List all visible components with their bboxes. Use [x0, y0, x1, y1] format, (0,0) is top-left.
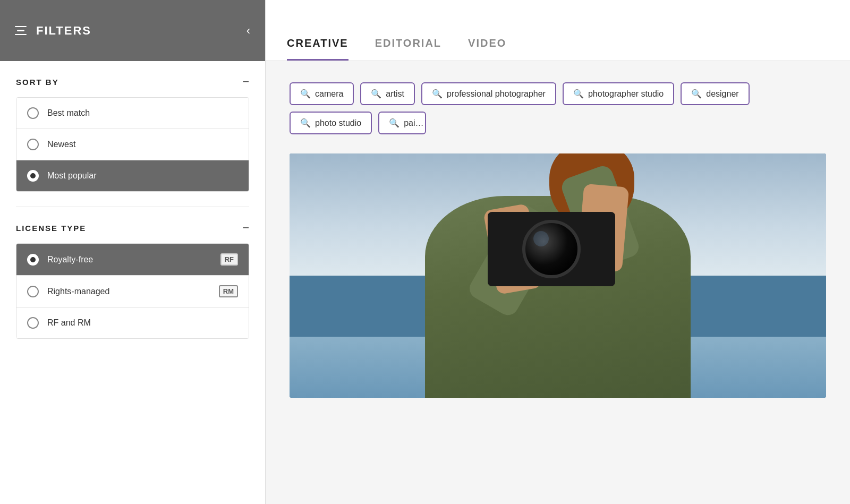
sort-by-header: SORT BY −: [16, 76, 249, 88]
license-rm-radio: [27, 286, 39, 297]
chip-painter-search-icon: 🔍: [389, 118, 400, 128]
sort-newest[interactable]: Newest: [16, 129, 249, 160]
photo-camera-body: [488, 212, 615, 286]
sort-best-match[interactable]: Best match: [16, 98, 249, 129]
license-rf-rm-label: RF and RM: [47, 318, 91, 328]
app-container: FILTERS ‹ SORT BY − Best match Newest: [0, 0, 850, 504]
chip-photographer-studio[interactable]: 🔍 photographer studio: [563, 82, 674, 105]
chip-camera-search-icon: 🔍: [300, 89, 311, 99]
chip-camera-label: camera: [315, 89, 343, 99]
license-rf-dot: [30, 257, 36, 262]
tab-creative[interactable]: CREATIVE: [287, 37, 348, 61]
chip-artist-label: artist: [386, 89, 404, 99]
photo-placeholder: [290, 153, 826, 398]
license-rf-and-rm[interactable]: RF and RM: [16, 307, 249, 338]
tab-editorial[interactable]: EDITORIAL: [375, 37, 441, 61]
license-rf-radio: [27, 254, 39, 266]
license-royalty-free[interactable]: Royalty-free RF: [16, 244, 249, 276]
filter-icon: [15, 26, 27, 36]
sort-most-popular-dot: [30, 173, 36, 178]
sidebar: FILTERS ‹ SORT BY − Best match Newest: [0, 0, 266, 504]
chip-professional-photographer-label: professional photographer: [447, 89, 546, 99]
license-rights-managed[interactable]: Rights-managed RM: [16, 276, 249, 307]
filters-title: FILTERS: [36, 24, 91, 38]
photo-camera-lens: [522, 220, 581, 278]
section-divider-1: [16, 207, 249, 207]
license-type-collapse-icon[interactable]: −: [242, 222, 249, 234]
main-content: CREATIVE EDITORIAL VIDEO 🔍 camera 🔍 arti…: [266, 0, 850, 504]
sort-by-title: SORT BY: [16, 78, 59, 87]
sidebar-header: FILTERS ‹: [0, 0, 265, 61]
sort-newest-radio: [27, 139, 39, 150]
license-rf-label: Royalty-free: [47, 255, 93, 264]
filter-line-1: [15, 26, 27, 28]
chip-painter[interactable]: 🔍 pai…: [378, 112, 426, 134]
license-type-radio-group: Royalty-free RF Rights-managed RM RF and…: [16, 243, 249, 339]
sort-newest-label: Newest: [47, 140, 75, 149]
chip-photographer-studio-label: photographer studio: [588, 89, 664, 99]
chip-painter-label: pai…: [404, 118, 423, 128]
filter-line-3: [15, 34, 27, 36]
sort-most-popular[interactable]: Most popular: [16, 160, 249, 191]
license-rf-badge: RF: [220, 253, 238, 266]
sort-best-match-label: Best match: [47, 108, 90, 118]
sort-by-radio-group: Best match Newest Most popular: [16, 97, 249, 192]
chip-photo-studio-label: photo studio: [315, 118, 361, 128]
sort-by-collapse-icon[interactable]: −: [242, 76, 249, 88]
tab-video[interactable]: VIDEO: [468, 37, 506, 61]
license-rf-rm-radio: [27, 317, 39, 329]
chip-artist-search-icon: 🔍: [371, 89, 381, 99]
sidebar-content: SORT BY − Best match Newest Most popular: [0, 61, 265, 504]
photo-area: [290, 153, 826, 398]
license-type-header: LICENSE TYPE −: [16, 222, 249, 234]
chip-camera[interactable]: 🔍 camera: [290, 82, 354, 105]
chip-designer-label: designer: [706, 89, 738, 99]
sort-most-popular-radio: [27, 170, 39, 182]
sort-most-popular-label: Most popular: [47, 171, 97, 181]
main-body: 🔍 camera 🔍 artist 🔍 professional photogr…: [266, 61, 850, 504]
chip-photo-studio2-search-icon: 🔍: [300, 118, 311, 128]
filter-line-2: [17, 30, 24, 31]
license-type-title: LICENSE TYPE: [16, 224, 86, 233]
chip-designer[interactable]: 🔍 designer: [681, 82, 749, 105]
sidebar-header-left: FILTERS: [15, 24, 91, 38]
chip-photo-studio[interactable]: 🔍 photo studio: [290, 112, 372, 134]
sort-best-match-radio: [27, 107, 39, 119]
chip-photo-studio-search-icon: 🔍: [573, 89, 584, 99]
chip-artist[interactable]: 🔍 artist: [360, 82, 415, 105]
chip-designer-search-icon: 🔍: [691, 89, 702, 99]
license-rm-badge: RM: [219, 285, 238, 297]
tabs-bar: CREATIVE EDITORIAL VIDEO: [266, 0, 850, 61]
collapse-sidebar-button[interactable]: ‹: [246, 24, 250, 38]
chip-professional-photographer[interactable]: 🔍 professional photographer: [421, 82, 556, 105]
license-rm-label: Rights-managed: [47, 287, 109, 296]
suggestion-chips: 🔍 camera 🔍 artist 🔍 professional photogr…: [290, 82, 826, 134]
chip-prof-photo-search-icon: 🔍: [432, 89, 443, 99]
